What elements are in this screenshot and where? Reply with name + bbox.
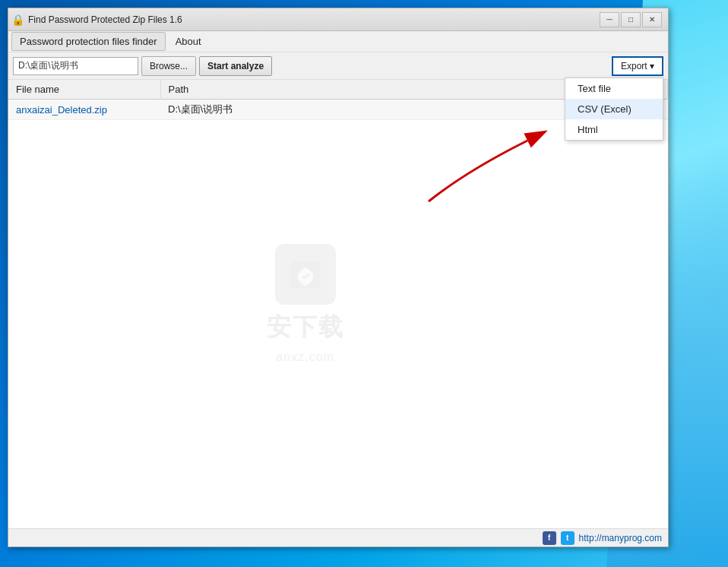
export-wrapper: Export ▾ Text file CSV (Excel) Html <box>612 56 663 76</box>
export-text-file[interactable]: Text file <box>565 78 663 99</box>
window-title: Find Password Protected Zip Files 1.6 <box>28 14 182 25</box>
col-header-filename: File name <box>8 80 160 100</box>
export-html[interactable]: Html <box>565 119 663 140</box>
status-bar: f t http://manyprog.com <box>8 528 668 546</box>
toolbar: Browse... Start analyze Export ▾ Text fi… <box>8 52 668 80</box>
start-analyze-button[interactable]: Start analyze <box>199 56 272 76</box>
svg-rect-0 <box>290 261 321 289</box>
facebook-icon[interactable]: f <box>543 531 556 545</box>
arrow-indicator <box>406 125 558 217</box>
cell-filename: anxaizai_Deleted.zip <box>8 100 160 120</box>
maximize-button[interactable]: □ <box>621 12 641 27</box>
status-links: f t http://manyprog.com <box>543 531 662 545</box>
export-button[interactable]: Export ▾ <box>612 56 663 76</box>
window-controls: ─ □ ✕ <box>600 12 662 27</box>
minimize-button[interactable]: ─ <box>600 12 619 27</box>
table-area: File name Path Size anxaizai_Deleted.zip… <box>8 80 668 528</box>
watermark: 安下载 anxz.com <box>267 244 344 364</box>
col-header-path: Path <box>160 80 607 100</box>
watermark-sub: anxz.com <box>276 350 334 364</box>
path-input[interactable] <box>13 57 138 75</box>
cell-path: D:\桌面\说明书 <box>160 100 607 120</box>
close-button[interactable]: ✕ <box>642 12 662 27</box>
app-window: 🔒 Find Password Protected Zip Files 1.6 … <box>8 8 669 547</box>
menu-item-about[interactable]: About <box>167 32 210 51</box>
app-icon: 🔒 <box>11 14 24 26</box>
title-bar-left: 🔒 Find Password Protected Zip Files 1.6 <box>11 14 182 26</box>
watermark-text: 安下载 <box>267 311 344 344</box>
export-csv[interactable]: CSV (Excel) <box>565 99 663 119</box>
menu-item-main[interactable]: Password protection files finder <box>11 32 166 51</box>
website-link[interactable]: http://manyprog.com <box>579 533 662 543</box>
export-dropdown: Text file CSV (Excel) Html <box>565 78 663 141</box>
title-bar: 🔒 Find Password Protected Zip Files 1.6 … <box>8 8 668 31</box>
twitter-icon[interactable]: t <box>561 531 574 545</box>
menu-bar: Password protection files finder About <box>8 31 668 52</box>
browse-button[interactable]: Browse... <box>141 56 196 76</box>
watermark-icon <box>275 244 336 305</box>
